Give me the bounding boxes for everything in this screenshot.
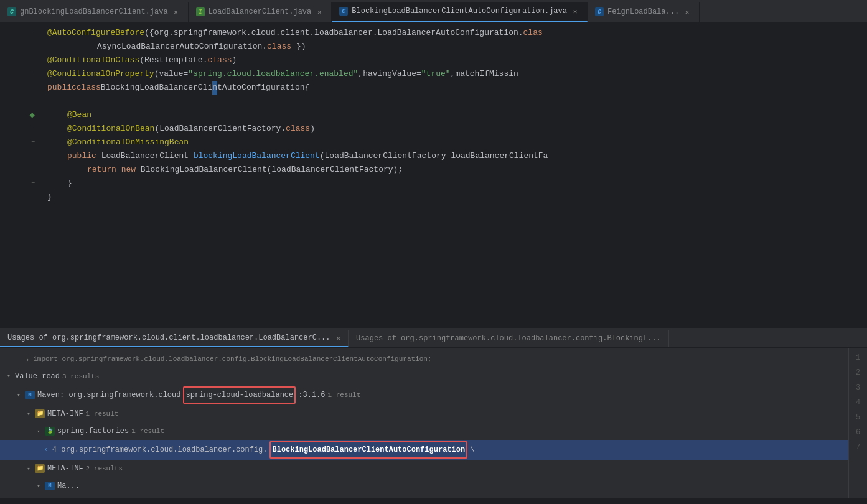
code-line-2: AsyncLoadBalancerAutoConfiguration.class… [42, 40, 867, 54]
tab-label-blockingautoconfig: BlockingLoadBalancerClientAutoConfigurat… [352, 7, 567, 16]
code-line-13: } [42, 190, 867, 204]
result-metainf2[interactable]: ▾ 📁 META-INF 2 results [0, 460, 848, 477]
code-line-7: ◆ @Bean [42, 108, 867, 122]
right-line-numbers: 1 2 3 4 5 6 7 [848, 348, 867, 498]
bottom-tab-close-1[interactable]: ✕ [336, 334, 340, 342]
fold-9[interactable]: − [31, 136, 35, 149]
fold-12[interactable]: − [31, 177, 35, 190]
spring-factories-count: 1 result [131, 424, 164, 439]
expand-value-read[interactable]: ▾ [5, 373, 12, 380]
tab-close-blockingautoconfig[interactable]: ✕ [571, 7, 579, 16]
bottom-tab-usages2[interactable]: Usages of org.springframework.cloud.load… [349, 330, 669, 347]
expand-metainf2[interactable]: ▾ [25, 465, 32, 473]
fold-4[interactable]: − [31, 67, 35, 81]
tab-icon-feign: C [595, 7, 604, 16]
bottom-content: ↳ import org.springframework.cloud.loadb… [0, 348, 867, 498]
code-line-10: public LoadBalancerClient blockingLoadBa… [42, 149, 867, 163]
code-line-1: − @AutoConfigureBefore({ org.springframe… [42, 26, 867, 40]
tab-icon-gnblocking: C [7, 7, 16, 16]
metainf2-sub-label: Ma... [57, 478, 80, 493]
spring-factories-label: spring.factories [57, 424, 129, 439]
fold-8[interactable]: − [31, 122, 35, 136]
result-value-read[interactable]: ▾ Value read 3 results [0, 368, 848, 385]
folder-icon-1: 📁 [35, 409, 45, 418]
results-panel: ↳ import org.springframework.cloud.loadb… [0, 348, 848, 498]
bottom-tab-label-1: Usages of org.springframework.cloud.clie… [7, 334, 330, 342]
code-line-3: @ConditionalOnClass(RestTemplate.class) [42, 54, 867, 67]
tab-bar: C gnBlockingLoadBalancerClient.java ✕ I … [0, 0, 867, 22]
result-maven[interactable]: ▾ M Maven: org.springframework.cloud spr… [0, 385, 848, 405]
bottom-tab-usages1[interactable]: Usages of org.springframework.cloud.clie… [0, 330, 349, 347]
tab-label-gnblocking: gnBlockingLoadBalancerClient.java [20, 7, 168, 16]
maven-version: :3.1.6 [298, 388, 325, 403]
tab-close-gnblocking[interactable]: ✕ [172, 7, 180, 16]
value-read-count: 3 results [62, 369, 99, 384]
code-line-8: − @ConditionalOnBean(LoadBalancerClientF… [42, 122, 867, 136]
result-spring-factories[interactable]: ▾ 🍃 spring.factories 1 result [0, 422, 848, 440]
gutter-9: − [10, 136, 35, 149]
code-line-6 [42, 95, 867, 108]
gutter-7: ◆ [10, 108, 35, 122]
ln-7: 7 [849, 440, 867, 455]
ln-2: 2 [849, 365, 867, 380]
code-editor: − @AutoConfigureBefore({ org.springframe… [0, 22, 867, 327]
tab-feign[interactable]: C FeignLoadBala... ✕ [588, 2, 700, 22]
maven-icon-2: M [45, 482, 55, 490]
gutter-1: − [10, 26, 35, 40]
code-line-5: public class BlockingLoadBalancerClintAu… [42, 81, 867, 95]
result-top-partial[interactable]: ↳ import org.springframework.cloud.loadb… [0, 350, 848, 368]
tab-icon-loadbalancerclient: I [196, 7, 205, 16]
tab-close-loadbalancerclient[interactable]: ✕ [315, 7, 324, 16]
metainf1-label: META-INF [47, 406, 83, 421]
expand-metainf2-sub[interactable]: ▾ [35, 483, 42, 490]
gutter-8: − [10, 122, 35, 136]
spring-icon: 🍃 [45, 427, 55, 436]
gutter-4: − [10, 67, 35, 81]
tab-gnblocking[interactable]: C gnBlockingLoadBalancerClient.java ✕ [0, 2, 189, 22]
result-suffix: \ [470, 442, 474, 457]
metainf2-count: 2 results [86, 461, 123, 476]
tab-label-loadbalancerclient: LoadBalancerClient.java [209, 7, 312, 16]
ln-6: 6 [849, 425, 867, 440]
code-line-11: return new BlockingLoadBalancerClient(lo… [42, 163, 867, 177]
code-line-4: − @ConditionalOnProperty(value = "spring… [42, 67, 867, 81]
bookmark-icon: ◆ [30, 108, 35, 122]
gutter-12: − [10, 177, 35, 190]
result-metainf1[interactable]: ▾ 📁 META-INF 1 result [0, 405, 848, 422]
expand-metainf1[interactable]: ▾ [25, 411, 32, 418]
value-read-label: Value read [15, 369, 60, 384]
ln-4: 4 [849, 395, 867, 410]
result-blocking-line[interactable]: ⇐ 4 org.springframework.cloud.loadbalanc… [0, 440, 848, 460]
maven-artifact: spring-cloud-loadbalance [185, 391, 293, 399]
tab-label-feign: FeignLoadBala... [607, 7, 679, 16]
folder-icon-2: 📁 [35, 464, 45, 473]
bottom-panel: Usages of org.springframework.cloud.clie… [0, 327, 867, 498]
result-class-name: BlockingLoadBalancerClientAutoConfigurat… [272, 446, 465, 454]
metainf1-count: 1 result [86, 406, 119, 421]
tab-close-feign[interactable]: ✕ [683, 7, 691, 16]
maven-label: Maven: org.springframework.cloud [37, 388, 180, 403]
tab-blockingautoconfig[interactable]: C BlockingLoadBalancerClientAutoConfigur… [332, 2, 588, 22]
ln-5: 5 [849, 410, 867, 425]
expand-maven[interactable]: ▾ [15, 392, 22, 399]
metainf2-label: META-INF [47, 461, 83, 476]
result-metainf2-sub[interactable]: ▾ M Ma... [0, 477, 848, 495]
bottom-tab-bar: Usages of org.springframework.cloud.clie… [0, 328, 867, 348]
code-line-12: − } [42, 177, 867, 190]
ln-1: 1 [849, 350, 867, 365]
maven-count: 1 result [327, 388, 360, 403]
expand-spring-factories[interactable]: ▾ [35, 428, 42, 436]
fold-1[interactable]: − [31, 26, 35, 40]
bottom-tab-label-2: Usages of org.springframework.cloud.load… [356, 334, 661, 343]
ln-3: 3 [849, 380, 867, 395]
maven-icon: M [25, 391, 35, 399]
tab-icon-blockingautoconfig: C [339, 7, 348, 16]
result-line-text: 4 org.springframework.cloud.loadbalancer… [52, 442, 268, 457]
code-line-9: − @ConditionalOnMissingBean [42, 136, 867, 149]
tab-loadbalancerclient[interactable]: I LoadBalancerClient.java ✕ [189, 2, 332, 22]
nav-arrow: ⇐ [45, 445, 50, 454]
